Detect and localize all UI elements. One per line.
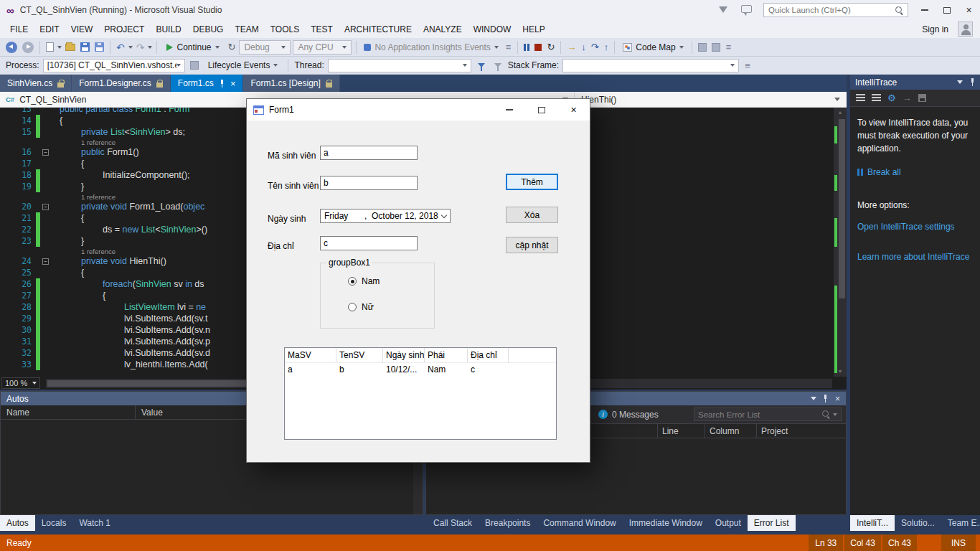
column-line[interactable]: Line [657, 424, 705, 438]
chat-icon[interactable] [741, 5, 752, 13]
input-ma-sinh-vien[interactable]: a [320, 146, 418, 160]
break-all-button[interactable] [522, 40, 531, 55]
events-view-icon[interactable] [856, 94, 865, 102]
xoa-button[interactable]: Xóa [506, 207, 558, 223]
pin-icon[interactable] [969, 78, 975, 86]
menu-edit[interactable]: EDIT [34, 22, 65, 37]
scroll-up-icon[interactable]: ▲ [834, 108, 847, 118]
restart-button[interactable]: ↻ [545, 40, 556, 55]
solution-platforms-combo[interactable]: Any CPU [293, 40, 352, 55]
stack-frame-combo[interactable] [562, 59, 739, 72]
tool-tab-immediate-window[interactable]: Immediate Window [623, 515, 709, 531]
break-all-link[interactable]: Break all [857, 166, 973, 179]
redo-dropdown-icon[interactable] [148, 46, 152, 49]
minimize-button[interactable] [913, 0, 936, 20]
tool-tab-autos[interactable]: Autos [0, 515, 35, 531]
redo-button[interactable]: ↷ [135, 40, 146, 55]
step-into-button[interactable]: ↓ [580, 40, 588, 55]
tool-tab-watch-1[interactable]: Watch 1 [72, 515, 117, 531]
member-dropdown[interactable]: HienThi() [574, 92, 847, 107]
solution-configurations-combo[interactable]: Debug [239, 40, 291, 55]
close-icon[interactable]: × [835, 395, 840, 403]
thread-combo[interactable] [328, 59, 471, 72]
step-out-button[interactable]: ↑ [603, 40, 611, 55]
listview-column-1[interactable]: MaSV [285, 348, 336, 362]
collapse-icon[interactable]: − [42, 258, 49, 265]
column-name[interactable]: Name [1, 405, 136, 419]
toolbar-overflow-icon[interactable]: ≡ [504, 42, 514, 52]
tool-tab-breakpoints[interactable]: Breakpoints [479, 515, 537, 531]
chevron-down-icon[interactable] [957, 80, 963, 84]
form-close-button[interactable]: × [557, 99, 590, 121]
chevron-down-icon[interactable] [441, 212, 447, 217]
collapse-icon[interactable]: − [42, 204, 49, 210]
calls-view-icon[interactable] [872, 94, 881, 102]
filter-threads-button[interactable] [475, 58, 488, 72]
cap-nhat-button[interactable]: cập nhật [506, 237, 558, 253]
bookmark-button[interactable] [697, 40, 708, 55]
quick-launch-input[interactable]: Quick Launch (Ctrl+Q) [763, 3, 908, 17]
gear-icon[interactable]: ⚙ [887, 93, 896, 103]
menu-file[interactable]: FILE [4, 22, 34, 37]
tool-tab-error-list[interactable]: Error List [748, 515, 796, 531]
ngay-sinh-date-picker[interactable]: Friday , October 12, 2018 [320, 209, 451, 223]
open-file-button[interactable] [64, 40, 77, 55]
code-map-button[interactable]: Code Map [619, 42, 687, 52]
close-button[interactable]: × [958, 0, 980, 20]
menu-tools[interactable]: TOOLS [265, 22, 305, 37]
tab-form1-cs[interactable]: Form1.cs× [171, 75, 244, 92]
menu-debug[interactable]: DEBUG [187, 22, 230, 37]
student-listview[interactable]: MaSVTenSVNgày sinhPháiĐịa chỉ ab10/12/..… [284, 347, 557, 440]
menu-view[interactable]: VIEW [65, 22, 99, 37]
them-button[interactable]: Thêm [506, 174, 558, 190]
feedback-icon[interactable] [719, 6, 727, 13]
continue-button[interactable]: Continue [161, 41, 224, 54]
unflag-threads-button[interactable] [491, 58, 504, 72]
toolbar-overflow-icon[interactable]: ≡ [743, 60, 753, 71]
menu-team[interactable]: TEAM [229, 22, 264, 37]
menu-architecture[interactable]: ARCHITECTURE [339, 22, 418, 37]
tool-tab-team-e[interactable]: Team E... [941, 515, 980, 531]
chevron-down-icon[interactable] [811, 397, 816, 400]
menu-project[interactable]: PROJECT [98, 22, 150, 37]
radio-nu[interactable]: Nữ [348, 302, 374, 312]
listview-column-5[interactable]: Địa chỉ [468, 348, 509, 362]
toolbar-overflow-icon[interactable]: ≡ [724, 42, 734, 52]
new-file-button[interactable] [44, 40, 55, 55]
maximize-button[interactable] [936, 0, 958, 20]
misc-tool-button[interactable] [710, 40, 722, 55]
tool-tab-command-window[interactable]: Command Window [537, 515, 622, 531]
tab-form1-designer-cs[interactable]: Form1.Designer.cs [72, 75, 171, 92]
tab-sinhvien-cs[interactable]: SinhVien.cs [0, 75, 72, 92]
tool-tab-solutio[interactable]: Solutio... [895, 515, 941, 531]
tab-form1-cs-design[interactable]: Form1.cs [Design] [243, 75, 339, 92]
messages-filter-button[interactable]: i 0 Messages [598, 410, 659, 420]
column-project[interactable]: Project [756, 424, 846, 438]
sign-in-link[interactable]: Sign in [922, 24, 948, 34]
tool-tab-locals[interactable]: Locals [35, 515, 73, 531]
zoom-combo[interactable]: 100 % [1, 377, 40, 389]
go-to-event-icon[interactable]: → [903, 93, 912, 103]
menu-build[interactable]: BUILD [150, 22, 187, 37]
close-icon[interactable]: × [230, 79, 236, 88]
navigate-back-button[interactable] [4, 40, 19, 55]
undo-dropdown-icon[interactable] [128, 46, 133, 49]
intellitrace-header[interactable]: IntelliTrace [850, 75, 980, 90]
error-list-search-input[interactable]: Search Error List [694, 408, 842, 421]
collapse-icon[interactable]: − [42, 149, 49, 156]
listview-row[interactable]: ab10/12/...Namc [285, 363, 556, 377]
user-avatar-icon[interactable] [958, 22, 973, 37]
tool-tab-intellit[interactable]: IntelliT... [850, 515, 895, 531]
process-snapshot-button[interactable] [189, 58, 200, 72]
save-button[interactable] [79, 40, 91, 55]
menu-help[interactable]: HELP [517, 22, 550, 37]
stop-debugging-button[interactable] [533, 40, 543, 55]
application-insights-button[interactable]: No Application Insights Events [361, 42, 501, 52]
intellitrace-settings-link[interactable]: Open IntelliTrace settings [857, 220, 973, 233]
pin-icon[interactable] [219, 80, 225, 88]
refresh-button[interactable]: ↻ [227, 40, 237, 55]
form-maximize-button[interactable] [525, 99, 557, 121]
radio-nam[interactable]: Nam [348, 276, 380, 286]
listview-column-4[interactable]: Phái [425, 348, 468, 362]
listview-column-2[interactable]: TenSV [336, 348, 383, 362]
